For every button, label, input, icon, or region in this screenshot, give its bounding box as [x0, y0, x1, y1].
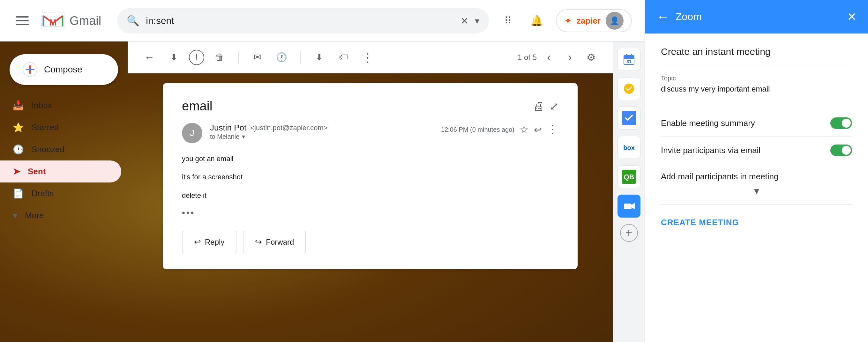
zapier-button[interactable]: ✦ zapier 👤: [556, 9, 632, 32]
email-actions: ↩ Reply ↪ Forward: [182, 231, 558, 253]
apps-sidebar: 31 b: [613, 41, 645, 342]
zoom-icon[interactable]: [618, 195, 641, 218]
starred-label: Starred: [32, 123, 59, 132]
keep-icon[interactable]: [618, 106, 641, 129]
hamburger-menu[interactable]: [13, 13, 32, 28]
open-in-new-icon[interactable]: ⤢: [550, 100, 558, 113]
sent-label: Sent: [28, 166, 45, 177]
add-participants-section: Add mail participants in meeting ▾: [661, 164, 852, 205]
more-options-icon[interactable]: ⋮: [547, 123, 558, 136]
compose-label: Compose: [44, 64, 82, 75]
prev-email-button[interactable]: ‹: [540, 49, 558, 66]
add-app-button[interactable]: +: [620, 224, 638, 242]
clear-search-icon[interactable]: ✕: [461, 15, 468, 27]
zoom-back-button[interactable]: ←: [656, 9, 669, 24]
apps-button[interactable]: ⠿: [498, 11, 518, 30]
user-avatar[interactable]: 👤: [606, 12, 624, 30]
google-calendar-icon[interactable]: 31: [618, 48, 641, 71]
drafts-label: Drafts: [32, 189, 54, 198]
pagination-text: 1 of 5: [518, 53, 537, 62]
star-icon[interactable]: ☆: [520, 123, 529, 135]
settings-button[interactable]: ⚙: [582, 49, 600, 66]
to-field: to Melanie: [210, 133, 239, 141]
mark-unread-button[interactable]: ✉: [248, 49, 266, 66]
next-email-button[interactable]: ›: [561, 49, 579, 66]
search-bar[interactable]: 🔍 ✕ ▾: [117, 8, 489, 33]
sidebar: Compose 📥 Inbox ⭐ Starred 🕐 Snoozed ➤ Se…: [0, 41, 128, 342]
sender-info: Justin Pot <justin.pot@zapier.com> to Me…: [210, 123, 433, 141]
compose-button[interactable]: Compose: [9, 54, 118, 85]
gmail-text: Gmail: [69, 14, 101, 28]
forward-button[interactable]: ↪ Forward: [243, 231, 306, 253]
label-button[interactable]: 🏷: [335, 49, 352, 66]
quickbooks-icon[interactable]: QB: [618, 165, 641, 188]
email-subject-row: email 🖨 ⤢: [182, 99, 558, 113]
search-icon: 🔍: [127, 15, 140, 27]
zoom-panel-body: Create an instant meeting Topic discuss …: [645, 33, 868, 342]
gmail-content: Compose 📥 Inbox ⭐ Starred 🕐 Snoozed ➤ Se…: [0, 41, 645, 342]
more-actions-button[interactable]: ⋮: [359, 49, 377, 66]
sidebar-item-snoozed[interactable]: 🕐 Snoozed: [0, 138, 121, 160]
notifications-button[interactable]: 🔔: [527, 11, 546, 30]
invite-participants-row: Invite participants via email: [661, 137, 852, 164]
inbox-icon: 📥: [13, 100, 24, 111]
search-input[interactable]: [146, 15, 454, 26]
more-chevron-icon: ▾: [13, 210, 17, 221]
reply-arrow-icon: ↩: [194, 237, 201, 247]
enable-meeting-summary-toggle[interactable]: [830, 117, 852, 129]
box-icon[interactable]: box: [618, 136, 641, 159]
add-icon: +: [625, 226, 632, 240]
email-line-3: delete it: [182, 189, 558, 201]
zoom-topic-value: discuss my very important email: [661, 85, 852, 100]
inbox-label: Inbox: [32, 100, 52, 111]
sender-name: Justin Pot: [210, 123, 246, 133]
sidebar-item-drafts[interactable]: 📄 Drafts: [0, 183, 121, 205]
to-chevron-icon[interactable]: ▾: [242, 133, 245, 141]
enable-meeting-summary-row: Enable meeting summary: [661, 110, 852, 137]
pagination: 1 of 5 ‹ › ⚙: [518, 49, 600, 66]
svg-text:QB: QB: [624, 173, 634, 181]
show-more-button[interactable]: •••: [182, 208, 558, 218]
email-toolbar: ← ⬇ ! 🗑 ✉ 🕐 ⬇ 🏷 ⋮ 1 of 5 ‹ › ⚙: [128, 41, 613, 73]
back-button[interactable]: ←: [141, 49, 158, 66]
snoozed-icon: 🕐: [13, 144, 24, 155]
sender-email: <justin.pot@zapier.com>: [250, 124, 328, 132]
google-tasks-icon[interactable]: [618, 77, 641, 100]
compose-icon: [22, 62, 38, 77]
starred-icon: ⭐: [13, 122, 24, 133]
sender-avatar: J: [182, 123, 202, 143]
zoom-close-button[interactable]: ✕: [847, 10, 857, 24]
toolbar-separator: [238, 51, 239, 64]
move-to-button[interactable]: ⬇: [310, 49, 328, 66]
toolbar-separator-2: [300, 51, 301, 64]
snoozed-label: Snoozed: [32, 145, 64, 154]
create-meeting-button[interactable]: CREATE MEETING: [661, 218, 852, 227]
email-body: you got an email it's for a screenshot d…: [182, 153, 558, 218]
zoom-title: Zoom: [676, 11, 841, 23]
sidebar-item-sent[interactable]: ➤ Sent: [0, 160, 121, 183]
snooze-button[interactable]: 🕐: [273, 49, 290, 66]
search-options-icon[interactable]: ▾: [475, 15, 479, 26]
archive-button[interactable]: ⬇: [165, 49, 183, 66]
svg-text:31: 31: [626, 59, 631, 64]
email-body-container: email 🖨 ⤢ J Justin Pot <justin.pot@zapi: [128, 73, 613, 342]
invite-participants-toggle[interactable]: [830, 145, 852, 156]
svg-rect-10: [624, 56, 634, 59]
add-participants-chevron[interactable]: ▾: [661, 185, 852, 197]
sidebar-item-more[interactable]: ▾ More: [0, 205, 121, 226]
enable-meeting-summary-label: Enable meeting summary: [661, 118, 755, 128]
svg-text:M: M: [49, 18, 57, 27]
sidebar-item-starred[interactable]: ⭐ Starred: [0, 117, 121, 138]
timestamp-text: 12:06 PM (0 minutes ago): [441, 126, 515, 133]
email-meta: J Justin Pot <justin.pot@zapier.com> to …: [182, 123, 558, 143]
email-line-1: you got an email: [182, 153, 558, 165]
reply-button[interactable]: ↩ Reply: [182, 231, 237, 253]
delete-button[interactable]: 🗑: [211, 49, 228, 66]
gmail-header: M Gmail 🔍 ✕ ▾ ⠿ 🔔 ✦ zapier 👤: [0, 0, 645, 41]
report-spam-button[interactable]: !: [189, 50, 204, 65]
print-icon[interactable]: 🖨: [533, 99, 545, 113]
reply-icon[interactable]: ↩: [534, 124, 542, 135]
gmail-logo: M Gmail: [41, 12, 101, 29]
sidebar-item-inbox[interactable]: 📥 Inbox: [0, 94, 121, 117]
svg-rect-22: [624, 204, 631, 209]
